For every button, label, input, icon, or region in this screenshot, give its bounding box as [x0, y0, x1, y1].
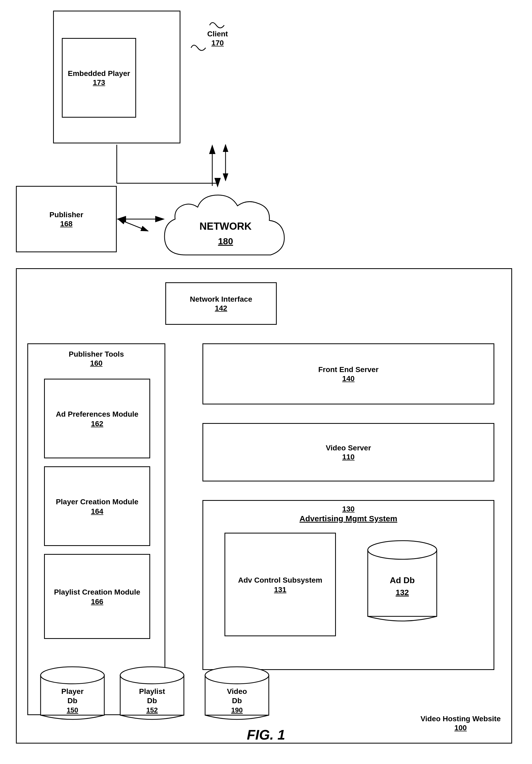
fes-label: Front End Server [318, 365, 378, 374]
embedded-label: Embedded Player [68, 69, 130, 78]
publisher-tools-box: Publisher Tools 160 Ad Preferences Modul… [27, 343, 165, 715]
figure-label: FIG. 1 [247, 727, 285, 743]
svg-text:180: 180 [218, 236, 233, 246]
svg-point-22 [41, 667, 104, 684]
svg-text:132: 132 [396, 588, 409, 597]
vs-num: 110 [342, 453, 355, 461]
squiggle-icon [207, 16, 228, 29]
playlist-create-label: Playlist Creation Module [54, 587, 140, 597]
publisher-box: Publisher 168 [16, 186, 117, 252]
vs-label: Video Server [326, 443, 371, 453]
player-creation-box: Player Creation Module 164 [44, 466, 150, 546]
diagram: Browser 171 Embedded Player 173 Client 1… [0, 0, 532, 764]
svg-text:152: 152 [146, 706, 158, 714]
fes-num: 140 [342, 374, 355, 383]
embedded-num: 173 [93, 78, 105, 87]
svg-text:Ad Db: Ad Db [390, 575, 415, 585]
adv-mgmt-label: Advertising Mgmt System [300, 513, 397, 524]
client-label: Client 170 [207, 16, 228, 47]
svg-point-18 [368, 541, 437, 559]
svg-point-27 [120, 667, 184, 684]
svg-point-32 [205, 667, 269, 684]
video-hosting-label: Video Hosting Website 100 [421, 714, 501, 732]
network-cloud: NETWORK 180 [149, 181, 303, 282]
front-end-server-box: Front End Server 140 [202, 343, 494, 404]
adv-ctrl-num: 131 [274, 586, 287, 594]
client-text: Client [207, 29, 228, 39]
adv-mgmt-num: 130 [342, 505, 355, 513]
system-outer-box: Video Hosting Website 100 Network Interf… [16, 268, 512, 744]
ad-preferences-box: Ad Preferences Module 162 [44, 379, 150, 458]
netif-num: 142 [215, 304, 227, 312]
publisher-num: 168 [60, 220, 73, 228]
ad-db-svg: Ad Db 132 [365, 537, 439, 627]
video-db-svg: Video Db 190 [202, 665, 271, 723]
ad-pref-label: Ad Preferences Module [56, 409, 138, 419]
playlist-db-svg: Playlist Db 152 [118, 665, 187, 723]
svg-text:NETWORK: NETWORK [200, 221, 252, 232]
svg-text:Video: Video [227, 687, 247, 695]
player-create-label: Player Creation Module [56, 496, 138, 507]
player-db-cylinder: Player Db 150 [38, 665, 107, 723]
publisher-label: Publisher [49, 210, 83, 220]
svg-line-4 [118, 219, 148, 231]
embedded-player-box: Embedded Player 173 [62, 38, 136, 118]
pub-tools-num: 160 [90, 359, 103, 368]
adv-mgmt-box: 130 Advertising Mgmt System Adv Control … [202, 500, 494, 670]
playlist-db-cylinder: Playlist Db 152 [118, 665, 187, 723]
svg-text:Db: Db [232, 696, 242, 705]
video-server-box: Video Server 110 [202, 423, 494, 481]
svg-text:190: 190 [231, 706, 242, 714]
pub-tools-label: Publisher Tools [69, 349, 124, 359]
player-db-svg: Player Db 150 [38, 665, 107, 723]
vhw-num: 100 [421, 724, 501, 732]
svg-text:150: 150 [66, 706, 78, 714]
ad-pref-num: 162 [91, 420, 103, 428]
network-interface-box: Network Interface 142 [165, 282, 277, 325]
browser-box: Browser 171 Embedded Player 173 [53, 11, 181, 143]
svg-text:Db: Db [67, 696, 77, 705]
svg-text:Db: Db [147, 696, 157, 705]
player-create-num: 164 [91, 507, 103, 516]
netif-label: Network Interface [190, 294, 252, 304]
client-num: 170 [207, 39, 228, 47]
adv-ctrl-box: Adv Control Subsystem 131 [224, 533, 336, 636]
svg-text:Playlist: Playlist [139, 687, 165, 695]
ad-db-cylinder: Ad Db 132 [362, 533, 442, 631]
svg-text:Player: Player [61, 687, 83, 695]
vhw-text: Video Hosting Website [421, 714, 501, 724]
adv-ctrl-label: Adv Control Subsystem [238, 575, 322, 585]
cloud-svg: NETWORK 180 [149, 181, 303, 282]
video-db-cylinder: Video Db 190 [202, 665, 271, 723]
playlist-create-num: 166 [91, 598, 103, 606]
playlist-creation-box: Playlist Creation Module 166 [44, 554, 150, 639]
